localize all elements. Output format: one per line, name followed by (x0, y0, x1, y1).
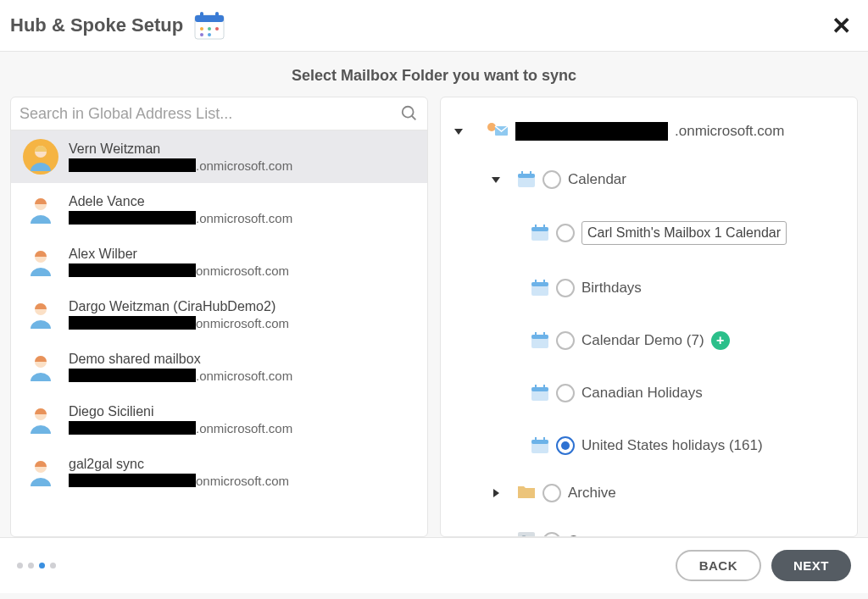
svg-point-9 (403, 107, 414, 118)
header: Hub & Spoke Setup ✕ (0, 0, 868, 52)
redacted-email (515, 122, 668, 141)
svg-rect-46 (531, 387, 548, 391)
tree-subfolder-row[interactable] (453, 216, 845, 250)
tree-calendar-row[interactable]: Calendar (453, 165, 845, 194)
chevron-right-icon[interactable] (490, 489, 502, 497)
tree-subfolder-row[interactable]: Birthdays (453, 274, 845, 302)
radio-subfolder[interactable] (556, 331, 575, 350)
user-list-panel: Vern Weitzman.onmicrosoft.comAdele Vance… (10, 97, 428, 537)
tree-root-row[interactable]: .onmicrosoft.com (453, 116, 845, 147)
avatar (23, 244, 58, 280)
svg-rect-1 (195, 15, 224, 22)
redacted-email (69, 369, 196, 382)
user-row[interactable]: Vern Weitzman.onmicrosoft.com (11, 130, 427, 183)
search-input[interactable] (19, 105, 400, 123)
user-name: Dargo Weitzman (CiraHubDemo2) (69, 299, 289, 314)
avatar (23, 454, 58, 490)
radio-archive[interactable] (542, 484, 561, 502)
calendar-icon (531, 384, 549, 402)
user-text: Vern Weitzman.onmicrosoft.com (69, 141, 292, 173)
svg-marker-25 (454, 129, 463, 135)
radio-contacts[interactable] (542, 532, 561, 536)
redacted-email (69, 474, 196, 487)
user-row[interactable]: Alex Wilberonmicrosoft.com (11, 236, 427, 288)
footer: BACK NEXT (0, 537, 868, 593)
tree-subfolder-row[interactable]: United States holidays (161) (453, 431, 845, 460)
calendar-icon (531, 436, 549, 455)
svg-rect-39 (535, 280, 537, 284)
subfolder-label: United States holidays (161) (581, 437, 763, 454)
svg-rect-55 (518, 532, 535, 536)
avatar (23, 139, 58, 175)
subfolder-label: Birthdays (581, 280, 642, 297)
svg-rect-52 (543, 437, 545, 441)
user-text: Diego Sicilieni.onmicrosoft.com (69, 404, 292, 435)
calendar-icon (531, 224, 549, 242)
radio-calendar[interactable] (542, 170, 561, 189)
user-name: Alex Wilber (69, 247, 289, 262)
user-list: Vern Weitzman.onmicrosoft.comAdele Vance… (11, 130, 427, 536)
avatar (23, 402, 58, 437)
next-button[interactable]: NEXT (771, 550, 851, 581)
svg-point-6 (215, 27, 219, 31)
folder-name-input[interactable] (581, 221, 787, 245)
subfolder-label: Canadian Holidays (581, 385, 703, 402)
tree-subfolder-row[interactable]: Calendar Demo (7)+ (453, 326, 845, 355)
radio-subfolder[interactable] (556, 224, 575, 242)
radio-subfolder[interactable] (556, 384, 575, 402)
svg-marker-53 (493, 489, 499, 497)
svg-point-8 (208, 33, 211, 36)
user-row[interactable]: Diego Sicilieni.onmicrosoft.com (11, 393, 427, 446)
avatar (23, 191, 58, 227)
user-email: .onmicrosoft.com (69, 369, 292, 383)
search-icon[interactable] (400, 104, 419, 123)
footer-buttons: BACK NEXT (676, 550, 851, 581)
tree-contacts-row[interactable]: Contacts (453, 526, 845, 536)
chevron-down-icon[interactable] (453, 127, 465, 136)
svg-rect-47 (535, 385, 537, 389)
step-dot (17, 563, 23, 568)
user-row[interactable]: Dargo Weitzman (CiraHubDemo2)onmicrosoft… (11, 288, 427, 341)
back-button[interactable]: BACK (676, 550, 761, 581)
tree-archive-row[interactable]: Archive (453, 479, 845, 507)
svg-rect-30 (518, 174, 535, 178)
avatar (23, 297, 58, 332)
user-text: gal2gal synconmicrosoft.com (69, 457, 289, 488)
tree-subfolder-row[interactable]: Canadian Holidays (453, 379, 845, 408)
calendar-icon (193, 10, 225, 41)
contacts-icon (517, 531, 536, 536)
svg-rect-31 (521, 171, 523, 175)
user-name: Diego Sicilieni (69, 404, 292, 419)
redacted-email (69, 158, 196, 172)
subfolder-label: Calendar Demo (7) (581, 332, 704, 349)
add-icon[interactable]: + (711, 331, 730, 350)
user-name: gal2gal sync (69, 457, 289, 472)
progress-dots (17, 563, 56, 568)
svg-point-5 (208, 27, 211, 31)
user-name: Vern Weitzman (69, 141, 292, 157)
close-icon[interactable]: ✕ (832, 12, 851, 40)
svg-rect-34 (531, 227, 548, 231)
subtitle: Select Mailbox Folder you want to sync (0, 52, 868, 97)
folder-tree: .onmicrosoft.com Calendar BirthdaysCalen… (441, 97, 857, 536)
svg-rect-43 (535, 332, 537, 336)
root-domain-label: .onmicrosoft.com (675, 123, 784, 140)
user-text: Dargo Weitzman (CiraHubDemo2)onmicrosoft… (69, 299, 289, 330)
subfolder-list: BirthdaysCalendar Demo (7)+Canadian Holi… (453, 216, 845, 460)
radio-subfolder[interactable] (556, 436, 575, 455)
header-left: Hub & Spoke Setup (10, 10, 225, 41)
user-row[interactable]: Adele Vance.onmicrosoft.com (11, 183, 427, 236)
svg-rect-35 (535, 225, 537, 229)
svg-rect-44 (543, 332, 545, 336)
avatar (23, 349, 58, 385)
radio-subfolder[interactable] (556, 279, 575, 297)
step-dot-active (39, 563, 45, 568)
user-row[interactable]: Demo shared mailbox.onmicrosoft.com (11, 341, 427, 393)
user-name: Adele Vance (69, 194, 292, 209)
svg-point-7 (200, 33, 203, 36)
user-text: Alex Wilberonmicrosoft.com (69, 247, 289, 278)
svg-rect-32 (530, 171, 531, 175)
chevron-down-icon[interactable] (490, 175, 502, 184)
mailbox-icon (487, 121, 509, 141)
user-row[interactable]: gal2gal synconmicrosoft.com (11, 446, 427, 498)
